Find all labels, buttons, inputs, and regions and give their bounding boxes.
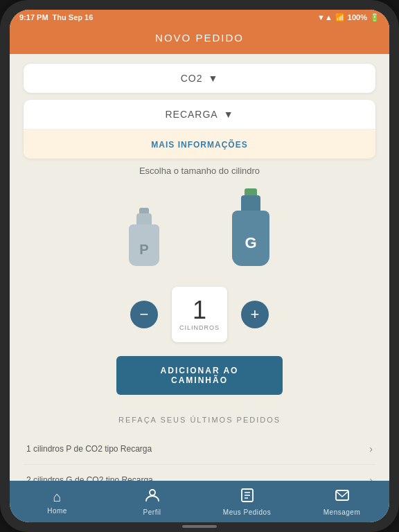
tab-mensagem[interactable]: Mensagem [294, 481, 389, 522]
quantity-unit: CILINDROS [179, 324, 220, 331]
tab-pedidos-label: Meus Pedidos [223, 508, 271, 516]
gas-chevron: ▼ [208, 73, 218, 84]
status-date: Thu Sep 16 [53, 13, 94, 21]
gas-selector-card: CO2 ▼ [24, 64, 375, 93]
increase-button[interactable]: + [241, 301, 269, 328]
add-to-truck-button[interactable]: ADICIONAR AO CAMINHÃO [116, 356, 283, 395]
svg-point-0 [150, 490, 155, 495]
recent-title: REFAÇA SEUS ÚLTIMOS PEDIDOS [24, 416, 375, 424]
home-indicator [182, 525, 217, 528]
tab-perfil-label: Perfil [143, 508, 161, 516]
page-title: NOVO PEDIDO [155, 32, 244, 44]
cylinder-p-neck [136, 213, 152, 224]
signal-icon: ▼▲ [317, 13, 332, 21]
cylinder-p-image: P [127, 211, 161, 266]
screen: 9:17 PM Thu Sep 16 ▼▲ 📶 100% 🔋 NOVO PEDI… [10, 10, 389, 522]
cylinder-g-cap [245, 188, 257, 195]
more-info-row[interactable]: MAIS INFORMAÇÕES [24, 130, 375, 159]
cylinder-g-body: G [232, 211, 269, 266]
gas-selected: CO2 [181, 73, 203, 84]
device-frame: 9:17 PM Thu Sep 16 ▼▲ 📶 100% 🔋 NOVO PEDI… [0, 0, 399, 532]
decrease-button[interactable]: − [130, 301, 158, 328]
cylinder-section: Escolha o tamanho do cilindro P [24, 166, 375, 395]
recent-item-1-arrow: › [369, 443, 373, 454]
tab-bar: ⌂ Home Perfil [10, 481, 389, 522]
cylinder-p-option[interactable]: P [127, 211, 161, 266]
recent-item-2[interactable]: 2 cilindros G de CO2 tipo Recarga › [24, 465, 375, 481]
battery-text: 100% [348, 13, 367, 21]
tab-pedidos[interactable]: Meus Pedidos [200, 481, 294, 522]
quantity-display: 1 CILINDROS [172, 287, 227, 342]
cylinder-g-neck [241, 195, 260, 211]
svg-rect-5 [336, 490, 348, 500]
main-content: CO2 ▼ RECARGA ▼ MAIS INFORMAÇÕES Escolha… [10, 54, 389, 481]
recent-orders-section: REFAÇA SEUS ÚLTIMOS PEDIDOS 1 cilindros … [24, 409, 375, 481]
mensagem-icon [335, 488, 350, 506]
choose-title: Escolha o tamanho do cilindro [24, 166, 375, 176]
gas-dropdown[interactable]: CO2 ▼ [24, 64, 375, 93]
status-right: ▼▲ 📶 100% 🔋 [317, 13, 380, 22]
cylinder-p-body: P [129, 224, 159, 266]
more-info-text: MAIS INFORMAÇÕES [151, 140, 247, 150]
cylinder-g-text: G [232, 234, 269, 252]
type-chevron: ▼ [224, 109, 234, 120]
perfil-icon [145, 488, 160, 506]
recent-item-2-text: 2 cilindros G de CO2 tipo Recarga [26, 475, 153, 481]
type-selector-card: RECARGA ▼ MAIS INFORMAÇÕES [24, 100, 375, 159]
header: NOVO PEDIDO [10, 25, 389, 54]
cylinder-p-cap [139, 208, 149, 213]
tab-perfil[interactable]: Perfil [105, 481, 200, 522]
recent-item-1[interactable]: 1 cilindros P de CO2 tipo Recarga › [24, 434, 375, 465]
battery-icon: 🔋 [370, 13, 380, 22]
home-icon: ⌂ [53, 489, 61, 505]
type-dropdown[interactable]: RECARGA ▼ [24, 100, 375, 129]
pedidos-icon [240, 488, 255, 506]
tab-home[interactable]: ⌂ Home [10, 481, 105, 522]
recent-item-1-text: 1 cilindros P de CO2 tipo Recarga [26, 444, 152, 454]
tab-home-label: Home [47, 507, 67, 515]
tab-mensagem-label: Mensagem [323, 508, 360, 516]
cylinder-g-image: G [230, 190, 272, 266]
quantity-value: 1 [193, 298, 206, 323]
quantity-control: − 1 CILINDROS + [24, 287, 375, 342]
status-time: 9:17 PM [19, 13, 48, 21]
cylinder-g-option[interactable]: G [230, 190, 272, 266]
cylinder-options: P G [24, 190, 375, 266]
wifi-icon: 📶 [335, 13, 345, 22]
type-selected: RECARGA [165, 109, 218, 120]
status-bar: 9:17 PM Thu Sep 16 ▼▲ 📶 100% 🔋 [10, 10, 389, 25]
recent-item-2-arrow: › [369, 475, 373, 481]
